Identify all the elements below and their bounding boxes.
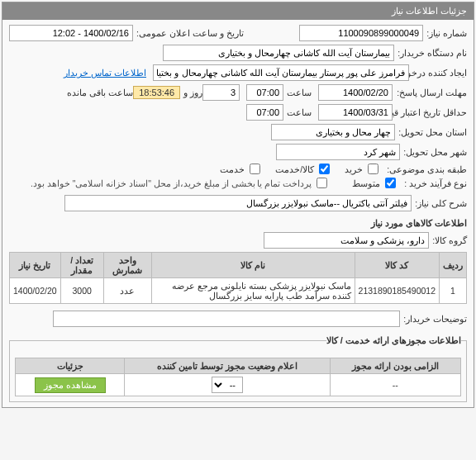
goods-group-label: گروه کالا: — [429, 235, 467, 245]
validity-label: حداقل تاریخ اعتبار قیمت: تا تاریخ: — [393, 107, 467, 117]
announce-label: تاریخ و ساعت اعلان عمومی: — [133, 28, 244, 38]
goods-cb-label: کالا/خدمت — [275, 164, 314, 174]
deadline-hour-input[interactable] — [246, 84, 283, 101]
cell-qty: 3000 — [60, 278, 103, 304]
service-checkbox[interactable] — [250, 164, 260, 174]
buyer-notes-input[interactable] — [53, 311, 400, 327]
hour-label-2: ساعت — [283, 107, 312, 117]
buy-checkbox[interactable] — [368, 164, 378, 174]
need-details-panel: جزئیات اطلاعات نیاز شماره نیاز: تاریخ و … — [2, 2, 474, 408]
goods-group-input[interactable] — [264, 232, 429, 249]
cell-row: 1 — [440, 278, 467, 304]
announce-input[interactable] — [9, 25, 133, 41]
mid-checkbox[interactable] — [385, 178, 396, 188]
deadline-date-input[interactable] — [318, 84, 393, 101]
permits-title: اطلاعات مجوزهای ارائه خدمت / کالا — [326, 332, 461, 349]
need-no-input[interactable] — [299, 25, 423, 41]
city-label: شهر محل تحویل: — [400, 147, 467, 157]
day-word: روز و — [180, 88, 202, 97]
buyer-input[interactable] — [163, 45, 394, 61]
province-input[interactable] — [271, 124, 395, 140]
days-input[interactable] — [202, 84, 240, 101]
cell-name: ماسک نبولایزر پزشکی بسته نایلونی مرجع عر… — [152, 278, 355, 304]
cell-date: 1400/02/20 — [10, 278, 61, 304]
creator-input[interactable] — [153, 64, 409, 81]
cell-code: 2131890185490012 — [355, 278, 439, 304]
buyer-contact-link[interactable]: اطلاعات تماس خریدار — [64, 68, 146, 78]
partial-pay-checkbox[interactable] — [317, 178, 327, 188]
city-input[interactable] — [276, 144, 400, 160]
cell-mandatory: -- — [330, 374, 460, 396]
permits-row: -- -- مشاهده مجوز — [16, 374, 461, 396]
col-qty: تعداد / مقدار — [60, 253, 103, 278]
buyer-label: نام دستگاه خریدار: — [394, 48, 467, 58]
col-name: نام کالا — [152, 253, 355, 278]
buyer-notes-label: توضیحات خریدار: — [400, 314, 467, 324]
remain-label: ساعت باقی مانده — [64, 88, 133, 97]
hour-label-1: ساعت — [283, 88, 312, 97]
permits-table: الزامی بودن ارائه مجوز اعلام وضعیت مجوز … — [15, 358, 461, 396]
province-label: استان محل تحویل: — [395, 127, 467, 137]
status-select[interactable]: -- — [212, 377, 243, 393]
col-code: کد کالا — [355, 253, 439, 278]
col-mandatory: الزامی بودن ارائه مجوز — [330, 358, 460, 374]
service-cb-label: خدمت — [220, 164, 245, 174]
goods-info-title: اطلاعات کالاهای مورد نیاز — [9, 215, 467, 232]
col-unit: واحد شمارش — [103, 253, 151, 278]
need-desc-input[interactable] — [64, 195, 412, 211]
form-area: شماره نیاز: تاریخ و ساعت اعلان عمومی: نا… — [2, 20, 474, 407]
cell-details: مشاهده مجوز — [16, 374, 125, 396]
creator-label: ایجاد کننده درخواست: — [409, 68, 467, 78]
deadline-label: مهلت ارسال پاسخ: — [393, 88, 467, 97]
permits-header-row: الزامی بودن ارائه مجوز اعلام وضعیت مجوز … — [16, 358, 461, 374]
col-row: ردیف — [440, 253, 467, 278]
cell-unit: عدد — [103, 278, 151, 304]
col-details: جزئیات — [16, 358, 125, 374]
cell-status: -- — [125, 374, 330, 396]
countdown-timer: 18:53:46 — [133, 86, 180, 99]
validity-hour-input[interactable] — [246, 104, 283, 121]
partial-pay-label: پرداخت تمام یا بخشی از مبلغ خرید،از محل … — [31, 178, 312, 188]
need-no-label: شماره نیاز: — [423, 28, 467, 38]
goods-table: ردیف کد کالا نام کالا واحد شمارش تعداد /… — [9, 252, 467, 304]
proc-type-label: نوع فرآیند خرید : — [401, 178, 467, 188]
need-desc-label: شرح کلی نیاز: — [412, 198, 467, 208]
buy-cb-label: خرید — [345, 164, 363, 174]
table-row[interactable]: 1 2131890185490012 ماسک نبولایزر پزشکی ب… — [10, 278, 467, 304]
panel-title: جزئیات اطلاعات نیاز — [2, 2, 474, 20]
budget-cls-label: طبقه بندی موضوعی: — [383, 164, 467, 174]
col-date: تاریخ نیاز — [10, 253, 61, 278]
col-status: اعلام وضعیت مجوز توسط تامین کننده — [125, 358, 330, 374]
mid-cb-label: متوسط — [352, 178, 380, 188]
permits-fieldset: اطلاعات مجوزهای ارائه خدمت / کالا الزامی… — [9, 332, 467, 402]
goods-checkbox[interactable] — [319, 164, 330, 174]
validity-date-input[interactable] — [318, 104, 393, 121]
view-permit-button[interactable]: مشاهده مجوز — [35, 377, 106, 393]
table-header-row: ردیف کد کالا نام کالا واحد شمارش تعداد /… — [10, 253, 467, 278]
